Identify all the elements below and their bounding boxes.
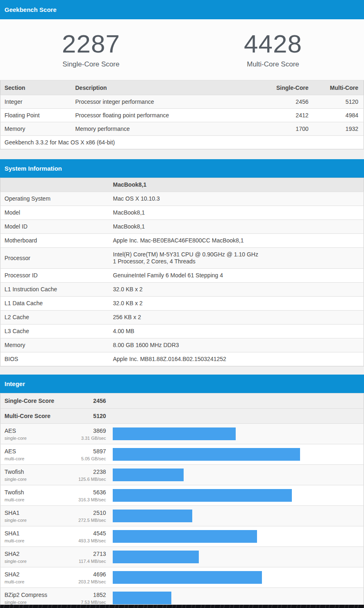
score-row-spacer [106, 393, 364, 409]
sysinfo-row-l2-cache: L2 Cache 256 KB x 2 [0, 311, 364, 325]
benchmark-name-cell: SHA2 multi-core [0, 567, 66, 588]
geekbench-score-header: Geekbench Score [0, 0, 364, 19]
benchmark-mode: single-core [5, 518, 66, 523]
score-bar [113, 530, 257, 543]
section-description: Memory performance [71, 122, 267, 136]
single-core-value: 2456 [267, 95, 314, 109]
row-label [0, 178, 109, 192]
benchmark-name-cell: AES multi-core [0, 444, 66, 465]
score-bar [113, 448, 300, 461]
multi-core-value: 1932 [314, 122, 364, 136]
page-title: Geekbench Score [5, 6, 57, 13]
sysinfo-row-memory: Memory 8.00 GB 1600 MHz DDR3 [0, 338, 364, 352]
row-value: 8.00 GB 1600 MHz DDR3 [109, 338, 364, 352]
benchmark-name: Twofish [5, 489, 66, 496]
integer-multi-core-score-row: Multi-Core Score 5120 [0, 409, 364, 424]
benchmark-mode: multi-core [5, 456, 66, 461]
row-value: Apple Inc. MB81.88Z.0164.B02.1503241252 [109, 352, 364, 366]
benchmark-row-aes-single: AES single-core 3869 3.31 GB/sec [0, 424, 364, 444]
model-name-header: MacBook8,1 [109, 178, 364, 192]
score-bar [113, 592, 172, 604]
benchmark-name-cell: Twofish single-core [0, 465, 66, 485]
benchmark-score: 2713 [66, 551, 106, 557]
score-row-value: 5120 [66, 409, 106, 424]
row-label: Memory [0, 338, 109, 352]
benchmark-score: 2238 [66, 469, 106, 475]
row-value: 4.00 MB [109, 325, 364, 338]
table-row-memory: Memory Memory performance 1700 1932 [0, 122, 364, 136]
benchmark-name-cell: SHA2 single-core [0, 547, 66, 567]
single-core-value: 2412 [267, 109, 314, 122]
benchmark-score-cell: 2713 117.4 MB/sec [66, 547, 106, 567]
benchmark-row-sha1-single: SHA1 single-core 2510 272.5 MB/sec [0, 506, 364, 526]
benchmark-bar-cell [106, 444, 364, 465]
benchmark-score: 3869 [66, 427, 106, 434]
row-value: MacBook8,1 [109, 220, 364, 234]
benchmark-throughput: 3.31 GB/sec [66, 436, 106, 441]
row-label: Operating System [0, 192, 109, 206]
benchmark-mode: single-core [5, 477, 66, 482]
row-label: L2 Cache [0, 311, 109, 325]
row-label: Model ID [0, 220, 109, 234]
integer-section-header: Integer [0, 375, 364, 393]
benchmark-throughput: 203.2 MB/sec [66, 579, 106, 584]
row-value: Intel(R) Core(TM) M-5Y31 CPU @ 0.90GHz @… [109, 248, 364, 269]
benchmark-bar-cell [106, 485, 364, 506]
benchmark-bar-cell [106, 567, 364, 588]
benchmark-throughput: 316.3 MB/sec [66, 497, 106, 502]
row-value: MacBook8,1 [109, 206, 364, 220]
benchmark-name: SHA2 [5, 571, 66, 578]
benchmark-name-cell: AES single-core [0, 424, 66, 444]
multi-core-value: 4984 [314, 109, 364, 122]
row-label: L1 Data Cache [0, 297, 109, 311]
benchmark-bar-cell [106, 526, 364, 547]
benchmark-name-cell: SHA1 single-core [0, 506, 66, 526]
benchmark-mode: multi-core [5, 579, 66, 584]
benchmark-score: 4545 [66, 530, 106, 537]
benchmark-score-cell: 3869 3.31 GB/sec [66, 424, 106, 444]
benchmark-row-twofish-single: Twofish single-core 2238 125.6 MB/sec [0, 465, 364, 485]
system-information-header: System Information [0, 159, 364, 178]
table-row-floating-point: Floating Point Processor floating point … [0, 109, 364, 122]
table-footer-row: Geekbench 3.3.2 for Mac OS X x86 (64-bit… [0, 136, 364, 149]
section-gap [0, 366, 364, 375]
row-value: Apple Inc. Mac-BE0E8AC46FE800CC MacBook8… [109, 234, 364, 248]
benchmark-mode: single-core [5, 559, 66, 564]
benchmark-name: SHA1 [5, 510, 66, 516]
multi-core-value: 5120 [314, 95, 364, 109]
benchmark-score: 4696 [66, 571, 106, 578]
score-row-label: Single-Core Score [0, 393, 66, 409]
geekbench-version-note: Geekbench 3.3.2 for Mac OS X x86 (64-bit… [0, 136, 364, 149]
benchmark-name-cell: Twofish multi-core [0, 485, 66, 506]
benchmark-name: AES [5, 427, 66, 434]
sysinfo-row-model-id: Model ID MacBook8,1 [0, 220, 364, 234]
benchmark-name: BZip2 Compress [5, 592, 66, 598]
column-header-section: Section [0, 80, 71, 95]
sysinfo-row-model: Model MacBook8,1 [0, 206, 364, 220]
section-name: Integer [0, 95, 71, 109]
sysinfo-model-header-row: MacBook8,1 [0, 178, 364, 192]
row-value: 256 KB x 2 [109, 311, 364, 325]
sysinfo-row-l3-cache: L3 Cache 4.00 MB [0, 325, 364, 338]
benchmark-score-cell: 2238 125.6 MB/sec [66, 465, 106, 485]
integer-benchmark-table: Single-Core Score 2456 Multi-Core Score … [0, 393, 364, 608]
score-row-spacer [106, 409, 364, 424]
benchmark-name: AES [5, 448, 66, 455]
column-header-description: Description [71, 80, 267, 95]
section-description: Processor integer performance [71, 95, 267, 109]
benchmark-score-cell: 5897 5.05 GB/sec [66, 444, 106, 465]
row-label: Processor [0, 248, 109, 269]
benchmark-row-aes-multi: AES multi-core 5897 5.05 GB/sec [0, 444, 364, 465]
score-bar [113, 510, 193, 522]
system-information-table: MacBook8,1 Operating System Mac OS X 10.… [0, 178, 364, 366]
single-core-score-block: 2287 Single-Core Score [0, 19, 182, 80]
row-value: 32.0 KB x 2 [109, 297, 364, 311]
benchmark-score-cell: 2510 272.5 MB/sec [66, 506, 106, 526]
integer-section-title: Integer [5, 380, 25, 387]
column-header-multi-core: Multi-Core [314, 80, 364, 95]
score-row-value: 2456 [66, 393, 106, 409]
section-name: Floating Point [0, 109, 71, 122]
benchmark-score: 1852 [66, 592, 106, 598]
benchmark-score: 5636 [66, 489, 106, 496]
benchmark-score-cell: 4696 203.2 MB/sec [66, 567, 106, 588]
